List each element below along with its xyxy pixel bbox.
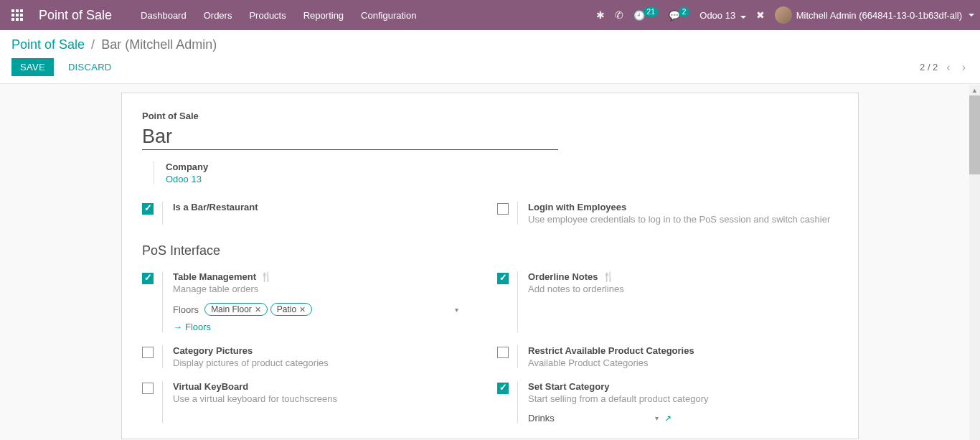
nav-items: Dashboard Orders Products Reporting Conf… (141, 10, 416, 21)
scrollbar-thumb[interactable] (969, 95, 980, 174)
apps-icon[interactable] (6, 9, 29, 21)
pager: 2 / 2 ‹ › (920, 61, 969, 74)
checkbox-orderline-notes[interactable] (497, 273, 509, 284)
setting-desc: Display pictures of product categories (173, 357, 483, 368)
breadcrumb-separator: / (91, 37, 95, 52)
control-panel: Point of Sale / Bar (Mitchell Admin) SAV… (0, 30, 980, 84)
setting-title: Restrict Available Product Categories (528, 345, 838, 356)
floors-label: Floors (173, 304, 199, 315)
form-sheet: Point of Sale Company Odoo 13 Is a Bar/R… (121, 93, 859, 439)
pos-name-input[interactable] (142, 124, 558, 150)
activities-badge: 21 (644, 7, 659, 17)
setting-start-category: Set Start Category Start selling from a … (497, 381, 838, 423)
setting-desc: Available Product Categories (528, 357, 838, 368)
start-category-select[interactable]: Drinks ▾ ↗ (528, 413, 672, 423)
setting-title: Orderline Notes 🍴 (528, 271, 838, 282)
utensils-icon: 🍴 (260, 271, 272, 282)
scroll-up-icon[interactable]: ▲ (969, 85, 980, 95)
breadcrumb-current: Bar (Mitchell Admin) (101, 37, 217, 52)
setting-title: Virtual KeyBoard (173, 381, 483, 392)
caret-down-icon (740, 16, 746, 19)
arrow-right-icon: → (173, 322, 182, 332)
discuss-badge: 2 (679, 7, 690, 17)
setting-category-pictures: Category Pictures Display pictures of pr… (142, 345, 483, 368)
checkbox-virtual-keyboard[interactable] (142, 383, 154, 394)
setting-desc: Start selling from a default product cat… (528, 393, 838, 404)
setting-desc: Use a virtual keyboard for touchscreens (173, 393, 483, 404)
content-area: Point of Sale Company Odoo 13 Is a Bar/R… (0, 84, 980, 439)
setting-title: Category Pictures (173, 345, 483, 356)
caret-down-icon (969, 14, 974, 17)
user-menu[interactable]: Mitchell Admin (664841-13-0-1b63df-all) (775, 6, 974, 24)
checkbox-start-category[interactable] (497, 383, 509, 394)
checkbox-is-bar[interactable] (142, 203, 154, 215)
topnav-left: Point of Sale Dashboard Orders Products … (6, 8, 416, 23)
tag-remove-icon[interactable]: ✕ (255, 305, 261, 314)
checkbox-login-employees[interactable] (497, 203, 509, 215)
close-icon[interactable]: ✖ (756, 9, 765, 21)
setting-title: Set Start Category (528, 381, 838, 392)
nav-configuration[interactable]: Configuration (361, 10, 416, 21)
setting-is-bar: Is a Bar/Restaurant (142, 202, 483, 225)
section-heading: PoS Interface (142, 243, 838, 258)
chevron-down-icon[interactable]: ▾ (455, 306, 458, 314)
setting-login-employees: Login with Employees Use employee creden… (497, 202, 838, 225)
tag-remove-icon[interactable]: ✕ (299, 305, 306, 314)
topnav-right: ✱ ✆ 🕘 21 💬 2 Odoo 13 ✖ Mitchell Admin (6… (596, 6, 974, 24)
user-name: Mitchell Admin (664841-13-0-1b63df-all) (796, 10, 962, 21)
setting-orderline-notes: Orderline Notes 🍴 Add notes to orderline… (497, 271, 838, 332)
nav-reporting[interactable]: Reporting (303, 10, 344, 21)
discuss-button[interactable]: 💬 2 (669, 10, 690, 21)
setting-table-management: Table Management 🍴 Manage table orders F… (142, 271, 483, 332)
phone-icon[interactable]: ✆ (615, 9, 623, 21)
database-switcher[interactable]: Odoo 13 (699, 10, 746, 21)
title-label: Point of Sale (142, 111, 838, 121)
setting-desc: Manage table orders (173, 284, 483, 294)
setting-title: Table Management 🍴 (173, 271, 483, 282)
pager-text: 2 / 2 (920, 62, 938, 72)
floors-link[interactable]: → Floors (173, 322, 483, 332)
setting-virtual-keyboard: Virtual KeyBoard Use a virtual keyboard … (142, 381, 483, 423)
nav-products[interactable]: Products (249, 10, 286, 21)
avatar (775, 6, 792, 24)
setting-desc: Use employee credentials to log in to th… (528, 214, 838, 225)
top-navbar: Point of Sale Dashboard Orders Products … (0, 0, 980, 30)
checkbox-category-pictures[interactable] (142, 347, 154, 358)
company-block: Company Odoo 13 (154, 162, 838, 184)
checkbox-restrict-categories[interactable] (497, 347, 509, 358)
select-value: Drinks (528, 413, 655, 423)
actions-row: SAVE DISCARD 2 / 2 ‹ › (11, 58, 969, 83)
nav-orders[interactable]: Orders (204, 10, 232, 21)
setting-desc: Add notes to orderlines (528, 284, 838, 294)
activities-button[interactable]: 🕘 21 (633, 10, 659, 21)
utensils-icon: 🍴 (603, 271, 614, 282)
breadcrumb-root[interactable]: Point of Sale (11, 37, 85, 52)
setting-restrict-categories: Restrict Available Product Categories Av… (497, 345, 838, 368)
pager-prev[interactable]: ‹ (943, 61, 953, 74)
chevron-down-icon[interactable]: ▾ (655, 414, 659, 422)
app-brand[interactable]: Point of Sale (39, 8, 112, 23)
setting-title: Login with Employees (528, 202, 838, 212)
company-link[interactable]: Odoo 13 (166, 174, 838, 184)
breadcrumb: Point of Sale / Bar (Mitchell Admin) (11, 37, 969, 52)
checkbox-table-management[interactable] (142, 273, 154, 284)
settings-grid-interface: Table Management 🍴 Manage table orders F… (142, 271, 838, 436)
settings-grid: Is a Bar/Restaurant Login with Employees… (142, 202, 838, 238)
save-button[interactable]: SAVE (11, 58, 54, 76)
external-link-icon[interactable]: ↗ (664, 413, 672, 423)
pager-next[interactable]: › (959, 61, 969, 74)
floor-tag[interactable]: Patio ✕ (270, 303, 312, 316)
setting-title: Is a Bar/Restaurant (173, 202, 483, 212)
floors-tag-row: Floors Main Floor ✕ Patio ✕ ▾ (173, 303, 483, 316)
scrollbar[interactable]: ▲ (969, 85, 980, 439)
floor-tag[interactable]: Main Floor ✕ (204, 303, 268, 316)
discard-button[interactable]: DISCARD (60, 58, 121, 76)
company-label: Company (166, 162, 838, 172)
nav-dashboard[interactable]: Dashboard (141, 10, 187, 21)
bug-icon[interactable]: ✱ (596, 9, 605, 21)
